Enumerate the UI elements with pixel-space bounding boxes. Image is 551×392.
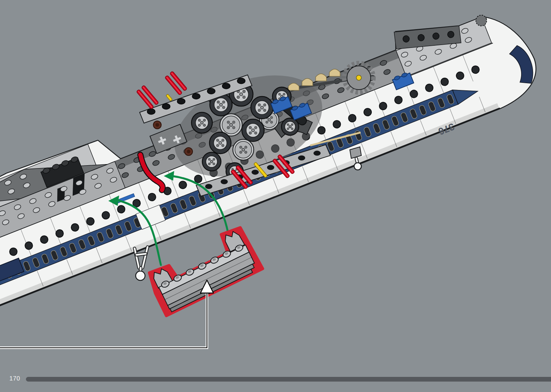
wheel xyxy=(233,139,254,160)
progress-bar xyxy=(26,377,551,382)
wheel xyxy=(209,132,231,154)
wheel xyxy=(281,118,299,135)
wheel xyxy=(251,96,273,119)
wheel xyxy=(202,152,221,171)
instruction-page: 376 170 xyxy=(0,0,551,392)
airplane-model-layer xyxy=(0,0,547,328)
wheel xyxy=(191,112,212,133)
red-axle-pins xyxy=(136,85,159,109)
wheel xyxy=(242,119,264,141)
page-number: 170 xyxy=(9,375,20,382)
red-axle-pins xyxy=(165,71,188,95)
instruction-illustration: 376 xyxy=(0,0,551,392)
